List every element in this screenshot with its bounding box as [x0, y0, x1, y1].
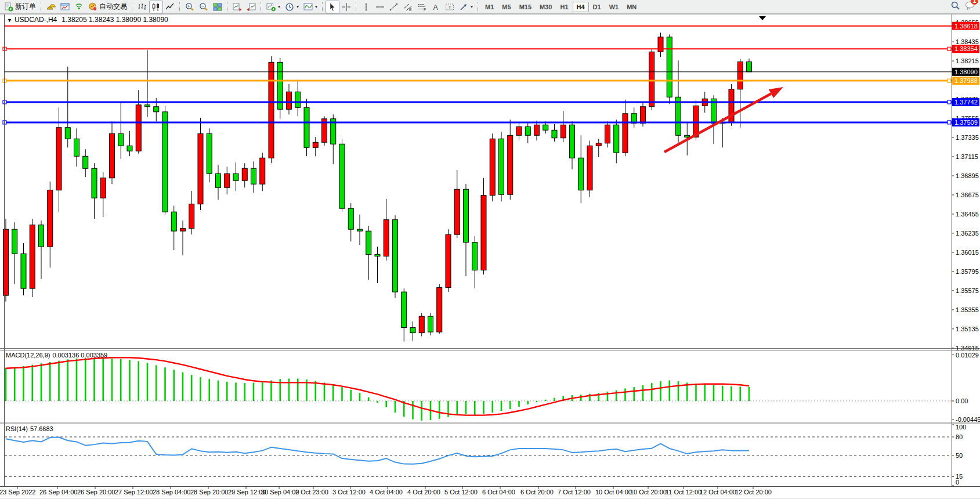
timeframe-M30[interactable]: M30 — [536, 2, 556, 12]
timeframe-D1[interactable]: D1 — [589, 2, 605, 12]
macd-tick-label: -0.004453 — [956, 416, 980, 423]
toolbar-button-period[interactable]: ▾ — [283, 1, 301, 13]
tile-windows-icon — [213, 2, 222, 12]
candle-body — [437, 288, 442, 332]
toolbar-button-channel[interactable]: E — [401, 1, 415, 13]
toolbar-button-bar-chart[interactable] — [135, 1, 149, 13]
toolbar-button-text[interactable]: A — [429, 1, 443, 13]
timeframe-M5[interactable]: M5 — [498, 2, 515, 12]
vline-icon — [361, 2, 371, 12]
toolbar-separator — [356, 2, 357, 12]
dropdown-arrow-icon[interactable]: ▾ — [278, 4, 280, 9]
toolbar-button-hline[interactable] — [373, 1, 387, 13]
toolbar-button-line-chart[interactable] — [163, 1, 177, 13]
candle-body — [464, 189, 469, 242]
text-icon: A — [431, 2, 440, 12]
toolbar-separator — [261, 2, 262, 12]
timeframe-W1[interactable]: W1 — [605, 2, 623, 12]
toolbar-button-new-chart[interactable]: ▾ — [264, 1, 283, 13]
time-axis-label: 11 Oct 12:00 — [666, 489, 701, 496]
candle-body — [614, 125, 619, 153]
candle-body — [641, 107, 646, 123]
candle-body — [207, 133, 212, 173]
candle-body — [127, 146, 132, 151]
candle-body — [83, 156, 88, 168]
trendline-icon — [389, 2, 399, 12]
price-tick-label: 1.35135 — [956, 326, 979, 332]
hline-handle[interactable] — [948, 47, 951, 50]
candle-body — [269, 62, 274, 158]
time-axis-label: 5 Oct 12:00 — [444, 489, 478, 496]
toolbar-button-zoom-out[interactable] — [197, 1, 211, 13]
timeframe-MN[interactable]: MN — [623, 2, 641, 12]
hline-handle[interactable] — [948, 121, 951, 124]
dropdown-arrow-icon[interactable]: ▾ — [315, 4, 317, 9]
price-tick-label: 1.36235 — [956, 230, 979, 237]
candle-body — [410, 328, 415, 333]
candle-body — [287, 92, 292, 109]
timeframe-H1[interactable]: H1 — [556, 2, 572, 12]
price-tick-label: 1.38215 — [956, 57, 979, 64]
toolbar-button-tile-windows[interactable] — [211, 1, 225, 13]
svg-text:E: E — [409, 7, 412, 11]
chart-canvas[interactable]: 1.386551.384351.382151.379951.377751.375… — [0, 0, 980, 499]
toolbar-button-fibonacci[interactable]: F — [415, 1, 429, 13]
timeframe-M1[interactable]: M1 — [481, 2, 498, 12]
toolbar-button-profile-right[interactable] — [244, 1, 258, 13]
candle-body — [295, 92, 301, 107]
toolbar-button-trendline[interactable] — [387, 1, 401, 13]
candle-body — [242, 168, 247, 180]
macd-values: 0.003136 0.003359 — [52, 352, 107, 359]
toolbar-button-label[interactable]: T — [443, 1, 457, 13]
timeframe-H4[interactable]: H4 — [573, 2, 589, 12]
time-axis-label: 28 Sep 20:00 — [190, 489, 228, 496]
toolbar-button-vline[interactable] — [359, 1, 373, 13]
toolbar-button-crosshair[interactable] — [339, 1, 353, 13]
toolbar-button-profile-left[interactable] — [230, 1, 244, 13]
toolbar-button-chat[interactable]: 1 — [965, 1, 975, 13]
dropdown-arrow-icon[interactable]: ▾ — [471, 4, 473, 9]
rsi-indicator-label: RSI(14)57.6683 — [6, 425, 56, 432]
toolbar-button-cursor[interactable] — [326, 1, 339, 13]
candle-body — [39, 225, 44, 247]
toolbar-button-auto-trading[interactable]: 自动交易 — [86, 1, 129, 13]
dropdown-arrow-icon[interactable]: ▾ — [296, 4, 299, 9]
candle-body — [481, 196, 486, 270]
toolbar-button-signal[interactable] — [72, 1, 86, 13]
timeframe-M15[interactable]: M15 — [515, 2, 536, 12]
symbol-dropdown-icon[interactable]: ▼ — [7, 17, 12, 23]
candle-body — [65, 128, 70, 139]
svg-text:A: A — [433, 3, 439, 11]
time-axis-label: 7 Oct 12:00 — [558, 489, 591, 496]
zoom-out-icon — [199, 2, 208, 12]
price-tag-label: 1.37742 — [954, 99, 978, 106]
rsi-tick-label: 100 — [956, 424, 966, 431]
candle-body — [578, 158, 584, 190]
candle-body — [339, 144, 345, 208]
new-chart-icon — [266, 2, 276, 12]
chart-window-icon — [60, 2, 70, 12]
toolbar-button-new-order[interactable]: 新订单 — [2, 1, 38, 13]
toolbar-separator — [132, 2, 133, 12]
toolbar-button-gold[interactable] — [44, 1, 58, 13]
toolbar-button-chart-window[interactable] — [58, 1, 72, 13]
hline-handle[interactable] — [948, 100, 951, 104]
hline-handle[interactable] — [948, 79, 951, 82]
candle-body — [747, 62, 752, 72]
time-axis-label: 30 Sep 04:00 — [261, 489, 299, 496]
toolbar-button-candle-chart[interactable] — [149, 1, 163, 13]
price-tag-label: 1.37988 — [954, 77, 978, 84]
toolbar-button-zoom-in[interactable] — [183, 1, 197, 13]
notification-badge[interactable]: 1 — [971, 0, 978, 5]
toolbar-button-indicators[interactable]: ▾ — [301, 1, 320, 13]
time-axis-label: 6 Oct 04:00 — [482, 489, 515, 496]
toolbar-button-search[interactable] — [950, 1, 960, 13]
candle-body — [419, 316, 424, 332]
time-axis-label: 12 Oct 20:00 — [735, 489, 772, 496]
toolbar: 新订单自动交易▾▾▾EFAT▾M1M5M15M30H1H4D1W1MN1 — [0, 0, 980, 14]
toolbar-right-icons: 1 — [950, 1, 978, 13]
toolbar-button-shapes[interactable]: ▾ — [457, 1, 475, 13]
candle-body — [543, 125, 548, 130]
time-axis-label: 23 Sep 2022 — [0, 489, 35, 496]
candle-body — [260, 158, 265, 184]
